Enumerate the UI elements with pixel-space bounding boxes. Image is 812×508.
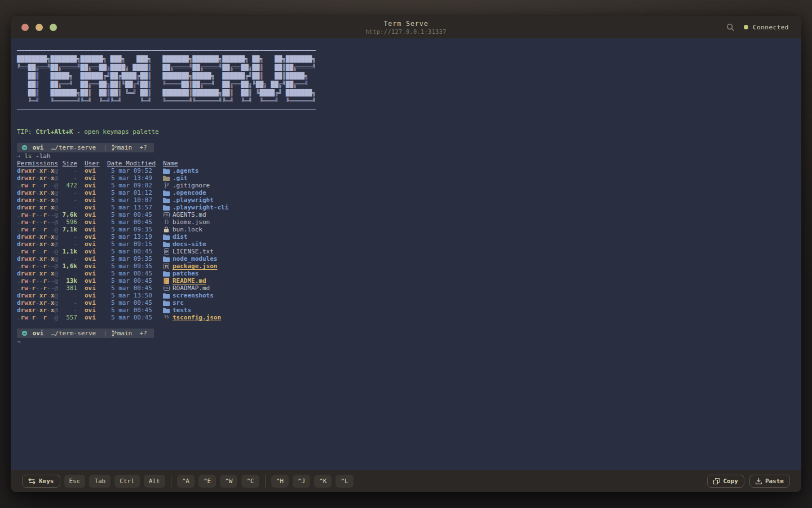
user-cell: ovi	[85, 189, 100, 196]
permissions-cell: drwxr-xr-x@	[17, 270, 58, 277]
file-name: .playwright	[173, 196, 214, 204]
name-cell: AGENTS.md	[163, 211, 206, 218]
date-modified-cell: 5 mar 00:45	[107, 314, 156, 321]
user-cell: ovi	[85, 284, 100, 292]
prompt-branch: main	[117, 144, 133, 151]
date-modified-cell: 5 mar 01:12	[107, 189, 156, 196]
file-name: dist	[173, 233, 188, 240]
status-label: Connected	[753, 24, 789, 31]
key-button-ctrl-e[interactable]: ^E	[198, 475, 216, 488]
key-button-alt[interactable]: Alt	[144, 475, 165, 488]
connection-status: Connected	[744, 24, 789, 31]
permissions-cell: drwxr-xr-x@	[17, 255, 58, 262]
date-modified-cell: 5 mar 13:50	[107, 292, 156, 299]
date-modified-cell: 5 mar 09:52	[107, 167, 156, 174]
close-button[interactable]	[21, 24, 29, 31]
file-row: .rw-r--r--@7,6kovi5 mar 00:45AGENTS.md	[17, 211, 792, 218]
name-cell: .playwright-cli	[163, 204, 228, 211]
folder-icon	[163, 300, 170, 306]
key-button-ctrl-h[interactable]: ^H	[271, 475, 289, 488]
user-cell: ovi	[85, 218, 100, 226]
size-cell: 557	[62, 314, 77, 321]
title-bar: Term Serve http://127.0.0.1:31337 Connec…	[11, 16, 801, 38]
date-modified-cell: 5 mar 00:45	[107, 218, 156, 226]
folder-icon	[163, 198, 170, 203]
name-cell: LICENSE.txt	[163, 248, 214, 255]
terminal-empty-area[interactable]	[17, 345, 792, 470]
file-row: .rw-r--r--@557ovi5 mar 00:45TStsconfig.j…	[17, 314, 792, 321]
paste-button[interactable]: Paste	[749, 475, 790, 488]
key-button-ctrl-l[interactable]: ^L	[336, 475, 353, 488]
permissions-cell: .rw-r--r--@	[17, 314, 58, 321]
tip-line: TIP: Ctrl+Alt+K - open keymaps palette	[17, 128, 792, 135]
user-cell: ovi	[85, 211, 100, 218]
key-button-ctrl-j[interactable]: ^J	[293, 475, 310, 488]
search-icon[interactable]	[726, 23, 735, 32]
keys-button[interactable]: Keys	[22, 475, 60, 488]
prompt-user: ovi	[33, 330, 44, 337]
terminal-screen[interactable]: ────────────────────────────────────────…	[11, 38, 801, 470]
file-name: package.json	[173, 262, 217, 270]
size-cell: 1,1k	[62, 248, 77, 255]
permissions-cell: drwxr-xr-x@	[17, 292, 58, 299]
key-button-esc[interactable]: Esc	[64, 475, 86, 488]
name-cell: {}biome.json	[163, 218, 210, 226]
permissions-cell: .rw-r--r--@	[17, 211, 58, 218]
file-name: .agents	[173, 167, 198, 174]
size-cell: -	[62, 189, 77, 196]
prompt-user: ovi	[33, 144, 44, 151]
os-icon	[21, 144, 28, 151]
size-cell: -	[62, 270, 77, 277]
file-name: README.md	[173, 277, 206, 284]
traffic-lights	[21, 24, 57, 31]
user-cell: ovi	[85, 270, 100, 277]
keys-toolbar: Keys EscTabCtrlAlt^A^E^W^C^H^J^K^L Copy …	[11, 470, 801, 492]
zoom-button[interactable]	[50, 24, 57, 31]
swap-arrows-icon	[28, 478, 36, 484]
git-branch-icon	[112, 330, 117, 336]
file-row: drwxr-xr-x@-ovi5 mar 13:49.git	[17, 174, 792, 182]
minimize-button[interactable]	[36, 24, 43, 31]
size-cell: 381	[62, 284, 77, 292]
file-name: bun.lock	[173, 226, 202, 233]
key-button-ctrl-a[interactable]: ^A	[177, 475, 195, 488]
permissions-cell: drwxr-xr-x@	[17, 240, 58, 248]
file-row: .rw-r--r--@472ovi5 mar 09:02.gitignore	[17, 182, 792, 189]
date-modified-cell: 5 mar 13:57	[107, 204, 156, 211]
toolbar-separator	[171, 475, 171, 488]
column-header: Permissions	[17, 160, 58, 167]
prompt-git-status: +?	[139, 330, 147, 337]
date-modified-cell: 5 mar 09:35	[107, 255, 156, 262]
key-button-ctrl-k[interactable]: ^K	[314, 475, 332, 488]
folder-icon	[163, 190, 170, 196]
key-button-ctrl[interactable]: Ctrl	[114, 475, 140, 488]
prompt-path: …/term-serve	[51, 144, 96, 151]
file-name: src	[173, 299, 184, 306]
permissions-cell: drwxr-xr-x@	[17, 174, 58, 182]
window-url: http://127.0.0.1:31337	[365, 29, 446, 35]
permissions-cell: .rw-r--r--@	[17, 248, 58, 255]
copy-button[interactable]: Copy	[707, 475, 744, 488]
date-modified-cell: 5 mar 00:45	[107, 248, 156, 255]
column-header: Name	[163, 160, 178, 167]
file-name: tests	[173, 306, 191, 314]
user-cell: ovi	[85, 292, 100, 299]
key-button-tab[interactable]: Tab	[89, 475, 111, 488]
file-row: .rw-r--r--@13kovi5 mar 00:45README.md	[17, 277, 792, 284]
command-name: ls	[24, 152, 32, 160]
app-window: Term Serve http://127.0.0.1:31337 Connec…	[11, 16, 801, 492]
copy-icon	[713, 478, 720, 484]
folder-icon	[163, 308, 170, 313]
user-cell: ovi	[85, 255, 100, 262]
file-name: patches	[173, 270, 198, 277]
key-button-ctrl-w[interactable]: ^W	[220, 475, 237, 488]
permissions-cell: drwxr-xr-x@	[17, 196, 58, 204]
key-button-ctrl-c[interactable]: ^C	[241, 475, 259, 488]
permissions-cell: .rw-r--r--@	[17, 182, 58, 189]
user-cell: ovi	[85, 196, 100, 204]
toolbar-separator	[265, 475, 266, 488]
prompt-bar: ovi …/term-serve | main +?	[17, 329, 154, 338]
user-cell: ovi	[85, 182, 100, 189]
file-row: drwxr-xr-x@-ovi5 mar 09:15docs-site	[17, 240, 792, 248]
user-cell: ovi	[85, 248, 100, 255]
